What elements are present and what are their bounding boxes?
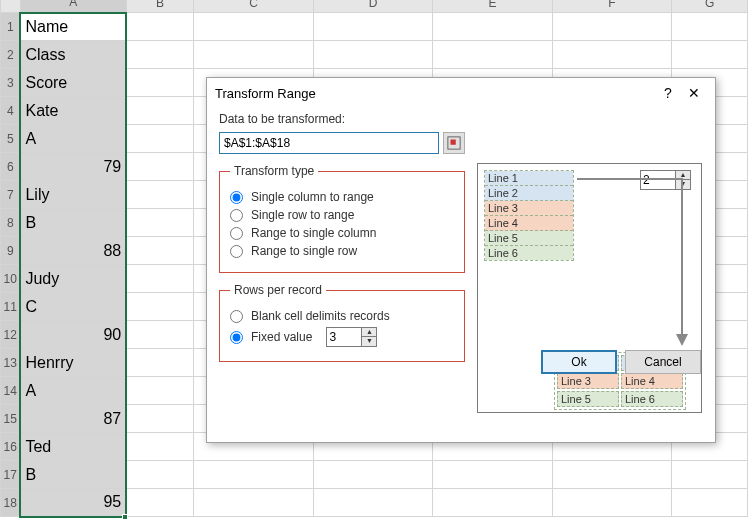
cell[interactable] bbox=[433, 13, 552, 41]
cell[interactable] bbox=[313, 461, 432, 489]
range-selector-button[interactable] bbox=[443, 132, 465, 154]
cell[interactable] bbox=[433, 41, 552, 69]
cell[interactable] bbox=[126, 237, 194, 265]
cell-A8[interactable]: B bbox=[20, 209, 126, 237]
cell-A15[interactable]: 87 bbox=[20, 405, 126, 433]
col-header-E[interactable]: E bbox=[433, 0, 552, 13]
radio-range-to-single-row[interactable] bbox=[230, 245, 243, 258]
fixed-value-spinner[interactable]: ▲▼ bbox=[326, 327, 377, 347]
col-header-F[interactable]: F bbox=[552, 0, 671, 13]
fill-handle[interactable] bbox=[122, 514, 128, 520]
cell-A4[interactable]: Kate bbox=[20, 97, 126, 125]
row-header[interactable]: 12 bbox=[1, 321, 21, 349]
spin-down-icon[interactable]: ▼ bbox=[362, 337, 376, 346]
cell[interactable] bbox=[313, 13, 432, 41]
cell-A11[interactable]: C bbox=[20, 293, 126, 321]
cell[interactable] bbox=[433, 461, 552, 489]
row-header[interactable]: 13 bbox=[1, 349, 21, 377]
cell[interactable] bbox=[126, 97, 194, 125]
corner-cell[interactable] bbox=[1, 0, 21, 13]
cell-A3[interactable]: Score bbox=[20, 69, 126, 97]
cell[interactable] bbox=[126, 377, 194, 405]
close-button[interactable]: ✕ bbox=[681, 85, 707, 101]
cell[interactable] bbox=[126, 181, 194, 209]
radio-single-col-to-range[interactable] bbox=[230, 191, 243, 204]
cell[interactable] bbox=[126, 489, 194, 517]
cell[interactable] bbox=[672, 489, 748, 517]
cell[interactable] bbox=[194, 13, 313, 41]
fixed-value-input[interactable] bbox=[327, 328, 361, 346]
cell[interactable] bbox=[126, 265, 194, 293]
row-header[interactable]: 2 bbox=[1, 41, 21, 69]
radio-range-to-single-col[interactable] bbox=[230, 227, 243, 240]
col-header-B[interactable]: B bbox=[126, 0, 194, 13]
cell[interactable] bbox=[126, 461, 194, 489]
cell[interactable] bbox=[126, 13, 194, 41]
row-header[interactable]: 16 bbox=[1, 433, 21, 461]
cell[interactable] bbox=[194, 489, 313, 517]
cell[interactable] bbox=[126, 321, 194, 349]
ok-button[interactable]: Ok bbox=[541, 350, 617, 374]
cell[interactable] bbox=[126, 293, 194, 321]
row-header[interactable]: 15 bbox=[1, 405, 21, 433]
col-header-G[interactable]: G bbox=[672, 0, 748, 13]
cell[interactable] bbox=[126, 433, 194, 461]
spin-up-icon[interactable]: ▲ bbox=[362, 328, 376, 337]
opt-single-col-to-range[interactable]: Single column to range bbox=[230, 190, 454, 204]
row-header[interactable]: 5 bbox=[1, 125, 21, 153]
cell-A7[interactable]: Lily bbox=[20, 181, 126, 209]
opt-fixed-value[interactable]: Fixed value ▲▼ bbox=[230, 327, 454, 347]
row-header[interactable]: 17 bbox=[1, 461, 21, 489]
opt-blank-cell[interactable]: Blank cell delimits records bbox=[230, 309, 454, 323]
radio-blank-cell[interactable] bbox=[230, 310, 243, 323]
cell[interactable] bbox=[672, 13, 748, 41]
cell[interactable] bbox=[313, 489, 432, 517]
cell-A6[interactable]: 79 bbox=[20, 153, 126, 181]
cell-A10[interactable]: Judy bbox=[20, 265, 126, 293]
opt-range-to-single-row[interactable]: Range to single row bbox=[230, 244, 454, 258]
cell[interactable] bbox=[126, 209, 194, 237]
cell-A9[interactable]: 88 bbox=[20, 237, 126, 265]
cell-A12[interactable]: 90 bbox=[20, 321, 126, 349]
cell[interactable] bbox=[194, 461, 313, 489]
row-header[interactable]: 3 bbox=[1, 69, 21, 97]
cell-A13[interactable]: Henrry bbox=[20, 349, 126, 377]
opt-single-row-to-range[interactable]: Single row to range bbox=[230, 208, 454, 222]
cell-A1[interactable]: Name bbox=[20, 13, 126, 41]
dialog-titlebar[interactable]: Transform Range ? ✕ bbox=[207, 78, 715, 108]
cell[interactable] bbox=[552, 41, 671, 69]
col-header-C[interactable]: C bbox=[194, 0, 313, 13]
cell[interactable] bbox=[552, 13, 671, 41]
cell-A18[interactable]: 95 bbox=[20, 489, 126, 517]
cell-A5[interactable]: A bbox=[20, 125, 126, 153]
cell-A14[interactable]: A bbox=[20, 377, 126, 405]
row-header[interactable]: 14 bbox=[1, 377, 21, 405]
cell[interactable] bbox=[126, 41, 194, 69]
row-header[interactable]: 8 bbox=[1, 209, 21, 237]
row-header[interactable]: 4 bbox=[1, 97, 21, 125]
cell-A2[interactable]: Class bbox=[20, 41, 126, 69]
row-header[interactable]: 1 bbox=[1, 13, 21, 41]
cell[interactable] bbox=[313, 41, 432, 69]
help-button[interactable]: ? bbox=[655, 85, 681, 101]
opt-range-to-single-col[interactable]: Range to single column bbox=[230, 226, 454, 240]
cancel-button[interactable]: Cancel bbox=[625, 350, 701, 374]
cell[interactable] bbox=[672, 461, 748, 489]
row-header[interactable]: 9 bbox=[1, 237, 21, 265]
col-header-D[interactable]: D bbox=[313, 0, 432, 13]
row-header[interactable]: 18 bbox=[1, 489, 21, 517]
radio-single-row-to-range[interactable] bbox=[230, 209, 243, 222]
cell[interactable] bbox=[433, 489, 552, 517]
radio-fixed-value[interactable] bbox=[230, 331, 243, 344]
row-header[interactable]: 7 bbox=[1, 181, 21, 209]
row-header[interactable]: 6 bbox=[1, 153, 21, 181]
cell[interactable] bbox=[672, 41, 748, 69]
cell[interactable] bbox=[126, 153, 194, 181]
row-header[interactable]: 11 bbox=[1, 293, 21, 321]
cell[interactable] bbox=[126, 405, 194, 433]
cell[interactable] bbox=[552, 461, 671, 489]
cell[interactable] bbox=[552, 489, 671, 517]
cell[interactable] bbox=[194, 41, 313, 69]
col-header-A[interactable]: A bbox=[20, 0, 126, 13]
row-header[interactable]: 10 bbox=[1, 265, 21, 293]
